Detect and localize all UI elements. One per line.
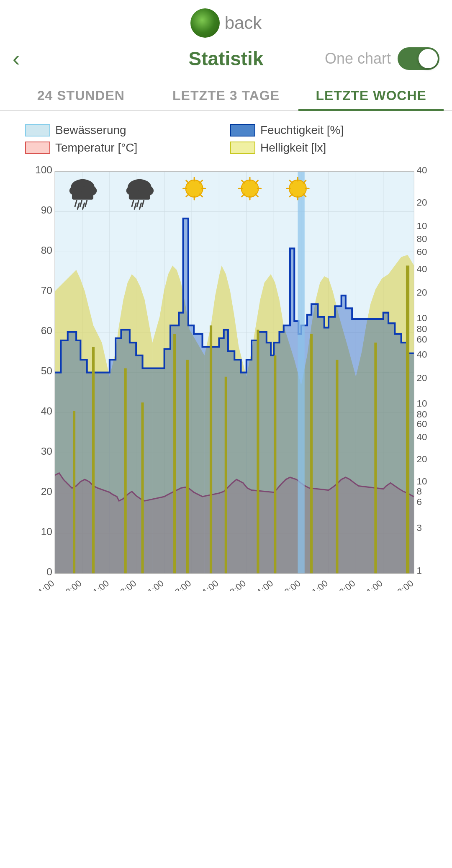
back-button[interactable]: ‹ xyxy=(13,46,20,71)
one-chart-label: One chart xyxy=(325,50,391,67)
svg-text:3: 3 xyxy=(416,523,422,533)
svg-text:80: 80 xyxy=(41,245,52,256)
highlight-bar xyxy=(298,171,304,573)
toggle-knob xyxy=(419,49,438,68)
one-chart-toggle[interactable] xyxy=(398,47,439,70)
svg-rect-86 xyxy=(72,194,93,200)
nav-bar: ‹ Statistik One chart xyxy=(0,42,452,80)
svg-text:60: 60 xyxy=(41,325,52,336)
svg-text:6000: 6000 xyxy=(416,247,427,257)
legend-box-feuchtigkeit xyxy=(230,124,255,137)
svg-text:20: 20 xyxy=(41,486,52,497)
svg-text:1: 1 xyxy=(416,565,422,576)
svg-text:0: 0 xyxy=(46,566,52,577)
top-bar: back xyxy=(0,0,452,42)
legend-temperatur: Temperatur [°C] xyxy=(25,141,222,155)
tab-24h[interactable]: 24 STUNDEN xyxy=(8,80,154,110)
legend-box-bewasserung xyxy=(25,124,50,137)
svg-text:200: 200 xyxy=(416,373,427,383)
svg-text:400: 400 xyxy=(416,349,427,360)
legend-helligkeit: Helligkeit [lx] xyxy=(230,141,427,155)
legend-label-helligkeit: Helligkeit [lx] xyxy=(260,141,326,155)
tab-week[interactable]: LETZTE WOCHE xyxy=(298,80,444,110)
svg-text:80: 80 xyxy=(416,409,427,420)
svg-text:10: 10 xyxy=(416,476,427,487)
weather-sun-3 xyxy=(287,178,309,200)
svg-text:2000: 2000 xyxy=(416,287,427,298)
svg-text:30: 30 xyxy=(41,446,52,457)
svg-text:40: 40 xyxy=(41,405,52,417)
weather-sun-2 xyxy=(239,178,261,200)
svg-text:1000: 1000 xyxy=(416,313,427,323)
svg-text:4000: 4000 xyxy=(416,264,427,274)
svg-text:50: 50 xyxy=(41,365,52,376)
legend-label-feuchtigkeit: Feuchtigkeit [%] xyxy=(260,124,344,137)
svg-text:40: 40 xyxy=(416,432,427,442)
svg-text:800: 800 xyxy=(416,324,427,334)
svg-text:70: 70 xyxy=(41,285,52,296)
svg-text:20: 20 xyxy=(416,454,427,464)
legend-label-bewasserung: Bewässerung xyxy=(55,124,126,137)
svg-text:100: 100 xyxy=(416,398,427,409)
svg-text:600: 600 xyxy=(416,334,427,345)
page-title: Statistik xyxy=(189,47,264,70)
svg-text:10: 10 xyxy=(41,526,52,537)
svg-text:40000: 40000 xyxy=(416,165,427,175)
legend-label-temperatur: Temperatur [°C] xyxy=(55,141,137,155)
main-chart-svg[interactable]: 0 10 20 30 40 50 60 70 80 90 100 40000 2… xyxy=(33,163,427,591)
nav-right: One chart xyxy=(325,47,439,70)
chart-legend: Bewässerung Feuchtigkeit [%] Temperatur … xyxy=(0,124,452,163)
svg-text:8000: 8000 xyxy=(416,234,427,244)
legend-box-helligkeit xyxy=(230,142,255,154)
svg-text:10000: 10000 xyxy=(416,221,427,231)
grass-avatar xyxy=(190,8,220,38)
svg-text:6: 6 xyxy=(416,497,422,507)
tabs-container: 24 STUNDEN LETZTE 3 TAGE LETZTE WOCHE xyxy=(0,80,452,111)
svg-text:90: 90 xyxy=(41,204,52,216)
chart-container[interactable]: 0 10 20 30 40 50 60 70 80 90 100 40000 2… xyxy=(0,163,452,591)
back-label: back xyxy=(225,13,262,33)
svg-text:20000: 20000 xyxy=(416,197,427,208)
svg-rect-95 xyxy=(129,194,150,200)
weather-sun-1 xyxy=(183,178,205,200)
legend-feuchtigkeit: Feuchtigkeit [%] xyxy=(230,124,427,137)
tab-3d[interactable]: LETZTE 3 TAGE xyxy=(154,80,299,110)
svg-text:60: 60 xyxy=(416,419,427,429)
legend-box-temperatur xyxy=(25,142,50,154)
svg-text:100: 100 xyxy=(35,164,52,175)
svg-text:25.7, 11:00: 25.7, 11:00 xyxy=(33,578,56,591)
legend-bewasserung: Bewässerung xyxy=(25,124,222,137)
svg-text:8: 8 xyxy=(416,486,422,497)
